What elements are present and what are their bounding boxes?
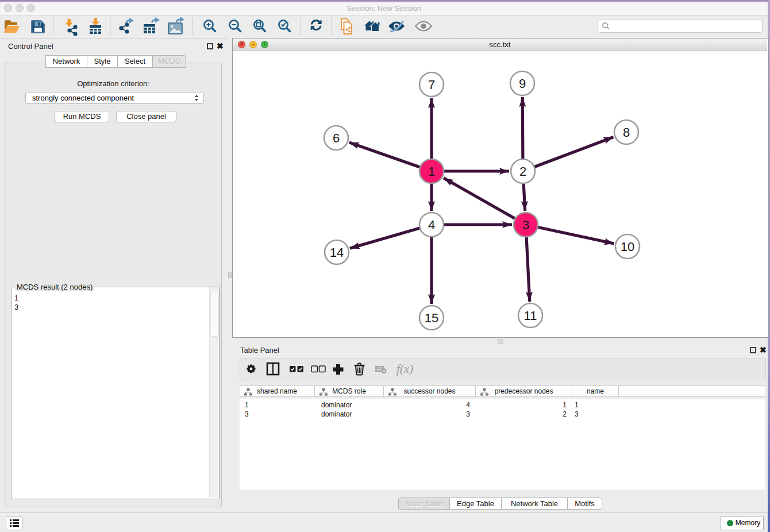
svg-text:11: 11 <box>524 309 537 323</box>
svg-text:15: 15 <box>425 311 438 325</box>
svg-text:7: 7 <box>428 78 435 92</box>
svg-text:9: 9 <box>519 76 526 91</box>
svg-text:2: 2 <box>519 164 526 179</box>
svg-text:f(x): f(x) <box>396 362 413 376</box>
svg-text:1: 1 <box>428 164 435 179</box>
svg-text:10: 10 <box>621 240 634 254</box>
svg-text:8: 8 <box>623 125 630 140</box>
svg-text:3: 3 <box>522 218 529 232</box>
svg-text:4: 4 <box>428 218 435 232</box>
svg-text:6: 6 <box>333 131 340 145</box>
svg-text:14: 14 <box>330 245 344 260</box>
